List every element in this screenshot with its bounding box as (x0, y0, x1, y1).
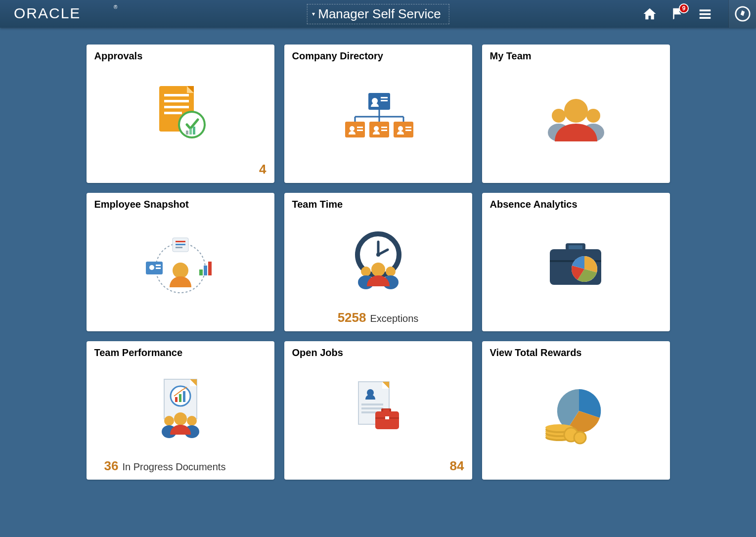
svg-rect-28 (381, 127, 387, 128)
svg-rect-70 (175, 397, 178, 402)
svg-rect-82 (361, 403, 383, 405)
svg-rect-32 (405, 127, 411, 128)
tile-count: 5258 (338, 310, 366, 325)
svg-rect-15 (381, 97, 388, 98)
org-chart-icon (292, 62, 464, 177)
compass-icon (734, 5, 751, 22)
svg-point-75 (187, 416, 197, 426)
tile-my-team[interactable]: My Team (482, 45, 670, 183)
navbar-button[interactable] (728, 0, 756, 28)
svg-rect-6 (164, 100, 189, 102)
svg-rect-5 (164, 94, 189, 96)
team-icon (490, 62, 662, 177)
tile-title: Team Performance (94, 347, 267, 358)
svg-rect-29 (381, 130, 387, 131)
tile-title: Approvals (94, 50, 267, 62)
team-performance-icon (94, 358, 267, 458)
svg-rect-7 (164, 106, 189, 108)
tile-count-label: In Progress Documents (122, 461, 225, 473)
home-icon (642, 6, 657, 21)
svg-rect-12 (193, 127, 195, 134)
svg-rect-25 (357, 130, 363, 131)
homepage-selector-dropdown[interactable]: ▾ Manager Self Service (307, 4, 449, 24)
svg-rect-83 (361, 407, 383, 409)
svg-point-23 (350, 126, 355, 131)
tile-view-total-rewards[interactable]: View Total Rewards (482, 341, 670, 480)
svg-rect-51 (208, 262, 212, 275)
svg-rect-47 (156, 265, 161, 266)
tile-team-time[interactable]: Team Time 5258 Exceptions (284, 193, 472, 331)
tile-absence-analytics[interactable]: Absence Analytics (482, 193, 670, 331)
tile-footer: 36 In Progress Documents (94, 458, 267, 474)
svg-point-34 (552, 109, 566, 123)
svg-rect-89 (385, 416, 389, 419)
svg-point-77 (174, 412, 187, 425)
svg-point-38 (564, 99, 588, 123)
oracle-logo: ORACLE ® (14, 6, 118, 21)
svg-rect-44 (176, 247, 182, 248)
home-button[interactable] (641, 5, 658, 22)
svg-rect-10 (186, 131, 188, 134)
tile-count: 84 (450, 458, 464, 474)
tile-footer: 5258 Exceptions (292, 310, 464, 325)
app-header: ORACLE ® ▾ Manager Self Service 9 (0, 0, 756, 28)
tile-title: Absence Analytics (490, 199, 662, 210)
briefcase-analytics-icon (490, 210, 662, 325)
tile-footer: 84 (292, 458, 464, 474)
tile-title: Team Time (292, 199, 464, 210)
notification-badge: 9 (679, 3, 689, 13)
approvals-icon (94, 62, 267, 162)
svg-rect-72 (183, 391, 185, 402)
tile-team-performance[interactable]: Team Performance 36 In Progress Docu (87, 341, 274, 480)
tile-title: View Total Rewards (490, 347, 662, 358)
svg-point-73 (164, 416, 174, 426)
tile-count-label: Exceptions (370, 313, 419, 324)
caret-down-icon: ▾ (312, 10, 315, 17)
svg-rect-33 (405, 130, 411, 131)
tile-title: My Team (490, 50, 662, 62)
header-actions: 9 (641, 0, 750, 28)
svg-rect-16 (381, 100, 388, 101)
svg-point-60 (371, 263, 385, 276)
svg-point-27 (374, 126, 379, 131)
team-time-icon (292, 210, 464, 310)
svg-rect-11 (189, 129, 192, 134)
svg-point-58 (386, 267, 396, 276)
svg-rect-24 (357, 127, 363, 128)
svg-rect-84 (361, 411, 376, 413)
svg-rect-71 (179, 394, 181, 402)
svg-point-36 (586, 109, 600, 123)
tile-count: 4 (259, 162, 266, 177)
svg-rect-42 (176, 241, 185, 242)
employee-snapshot-icon (94, 210, 267, 325)
tile-footer: 4 (94, 162, 267, 177)
rewards-icon (490, 358, 662, 474)
svg-rect-8 (164, 112, 182, 114)
svg-point-40 (173, 263, 188, 278)
svg-rect-87 (375, 411, 399, 429)
svg-point-97 (574, 432, 586, 444)
tile-employee-snapshot[interactable]: Employee Snapshot (87, 193, 274, 331)
tile-open-jobs[interactable]: Open Jobs 84 (284, 341, 472, 480)
open-jobs-icon (292, 358, 464, 458)
notifications-button[interactable]: 9 (669, 5, 686, 22)
tile-count: 36 (104, 458, 119, 474)
svg-rect-48 (156, 268, 161, 269)
svg-point-46 (149, 265, 154, 270)
actions-menu-button[interactable] (697, 5, 713, 22)
tile-grid: Approvals 4 Company Directory (0, 28, 756, 496)
tile-title: Company Directory (292, 50, 464, 62)
hamburger-icon (698, 6, 712, 21)
svg-point-56 (361, 267, 371, 276)
tile-title: Employee Snapshot (94, 199, 267, 210)
svg-text:ORACLE: ORACLE (14, 6, 81, 21)
homepage-selector-label: Manager Self Service (318, 6, 441, 22)
svg-rect-49 (199, 269, 203, 275)
tile-title: Open Jobs (292, 347, 464, 358)
svg-point-31 (398, 126, 403, 131)
tile-company-directory[interactable]: Company Directory (284, 45, 472, 183)
svg-rect-50 (204, 266, 207, 275)
svg-rect-43 (176, 244, 185, 245)
tile-approvals[interactable]: Approvals 4 (87, 45, 274, 183)
